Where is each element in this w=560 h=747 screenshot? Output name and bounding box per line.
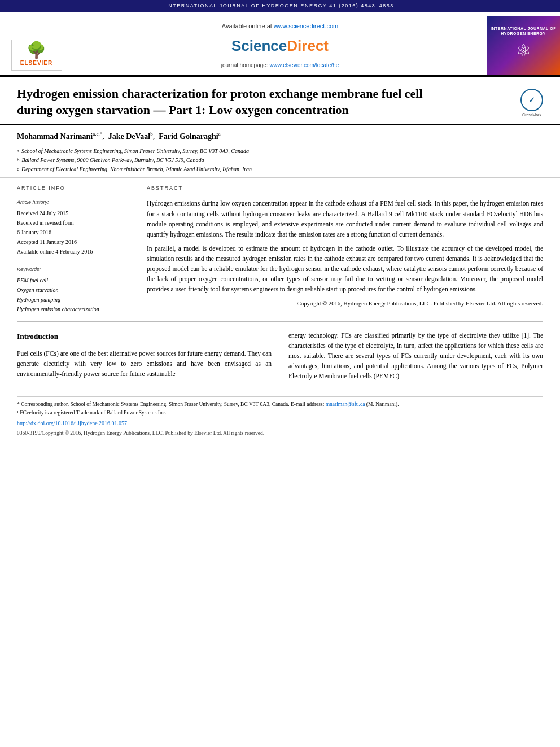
affil-text-c: Department of Electrical Engineering, Kh… — [21, 165, 252, 174]
article-main-title: Hydrogen emission characterization for p… — [17, 86, 423, 118]
introduction-title: Introduction — [17, 331, 272, 344]
keywords-label: Keywords: — [17, 266, 130, 273]
authors-section: Mohammad Narimania,c,*, Jake DeVaalb, Fa… — [0, 125, 560, 178]
title-row: Hydrogen emission characterization for p… — [17, 86, 543, 118]
intro-left-column: Introduction Fuel cells (FCs) are one of… — [17, 331, 272, 381]
affil-letter-c: c — [17, 165, 19, 174]
affil-row-b: b Ballard Power Systems, 9000 Glenlyon P… — [17, 156, 543, 165]
affil-text-a: School of Mechatronic Systems Engineerin… — [21, 147, 249, 156]
crossmark-area: ✓ CrossMark — [520, 89, 543, 118]
sciencedirect-link[interactable]: www.sciencedirect.com — [274, 23, 338, 29]
intro-left-text: Fuel cells (FCs) are one of the best alt… — [17, 349, 272, 379]
journal-homepage-link[interactable]: www.elsevier.com/locate/he — [269, 62, 339, 68]
article-title-section: Hydrogen emission characterization for p… — [0, 77, 560, 125]
abstract-paragraph-2: In parallel, a model is developed to est… — [147, 244, 543, 294]
authors-line: Mohammad Narimania,c,*, Jake DeVaalb, Fa… — [17, 130, 543, 142]
keyword-1: PEM fuel cell — [17, 276, 130, 285]
info-abstract-section: ARTICLE INFO Article history: Received 2… — [0, 178, 560, 321]
available-online-text: Available online at www.sciencedirect.co… — [222, 22, 338, 31]
date-accepted: Accepted 11 January 2016 — [17, 237, 130, 247]
journal-top-bar: INTERNATIONAL JOURNAL OF HYDROGEN ENERGY… — [0, 0, 560, 12]
affil-row-c: c Department of Electrical Engineering, … — [17, 165, 543, 174]
journal-center: Available online at www.sciencedirect.co… — [73, 16, 487, 75]
hydrogen-icon: ⚛ — [516, 38, 531, 63]
elsevier-tree-icon: 🌳 — [27, 42, 46, 58]
affil-row-a: a School of Mechatronic Systems Engineer… — [17, 147, 543, 156]
footnote-corresponding: * Corresponding author. School of Mechat… — [17, 400, 543, 409]
journal-homepage-line: journal homepage: www.elsevier.com/locat… — [221, 62, 339, 70]
footnote-email-link[interactable]: mnariman@sfu.ca — [326, 401, 365, 407]
author-narimani-sup: a,c,* — [93, 131, 102, 137]
science-text: Science — [231, 37, 287, 54]
abstract-heading: ABSTRACT — [147, 185, 543, 194]
abstract-column: ABSTRACT Hydrogen emissions during low o… — [147, 185, 543, 314]
journal-header: 🌳 ELSEVIER Available online at www.scien… — [0, 12, 560, 77]
affiliations: a School of Mechatronic Systems Engineer… — [17, 147, 543, 174]
abstract-copyright: Copyright © 2016, Hydrogen Energy Public… — [147, 299, 543, 308]
keyword-2: Oxygen starvation — [17, 285, 130, 295]
intro-right-text: energy technology. FCs are classified pr… — [288, 331, 543, 381]
bottom-copyright: 0360-3199/Copyright © 2016, Hydrogen Ene… — [17, 430, 543, 438]
author-devaal-sup: b — [150, 131, 153, 137]
journal-cover-area: International Journal of HYDROGEN ENERGY… — [487, 16, 560, 75]
info-divider — [17, 261, 130, 261]
author-golnaraghi-sup: a — [218, 131, 221, 137]
keyword-4: Hydrogen emission characterization — [17, 304, 130, 314]
elsevier-logo-area: 🌳 ELSEVIER — [0, 16, 73, 75]
author-devaal: Jake DeVaal — [108, 132, 151, 141]
date-revised: 6 January 2016 — [17, 228, 130, 237]
footnotes-area: * Corresponding author. School of Mechat… — [17, 396, 543, 438]
article-info-heading: ARTICLE INFO — [17, 185, 130, 194]
affil-letter-a: a — [17, 147, 19, 156]
abstract-text: Hydrogen emissions during low oxygen con… — [147, 199, 543, 308]
article-dates: Received 24 July 2015 Received in revise… — [17, 208, 130, 256]
elsevier-label: ELSEVIER — [20, 59, 53, 68]
crossmark-label: CrossMark — [520, 112, 543, 118]
elsevier-logo-box: 🌳 ELSEVIER — [11, 40, 62, 71]
introduction-section: Introduction Fuel cells (FCs) are one of… — [0, 322, 560, 390]
affil-letter-b: b — [17, 156, 20, 165]
article-info-column: ARTICLE INFO Article history: Received 2… — [17, 185, 130, 314]
date-available: Available online 4 February 2016 — [17, 247, 130, 256]
affil-text-b: Ballard Power Systems, 9000 Glenlyon Par… — [22, 156, 204, 165]
doi-link[interactable]: http://dx.doi.org/10.1016/j.ijhydene.201… — [17, 420, 543, 428]
direct-text: Direct — [287, 37, 329, 54]
keywords-list: PEM fuel cell Oxygen starvation Hydrogen… — [17, 276, 130, 314]
footnote-email-note: (M. Narimani). — [366, 401, 399, 407]
article-history-label: Article history: — [17, 199, 130, 206]
author-narimani: Mohammad Narimani — [17, 132, 93, 141]
doi-anchor[interactable]: http://dx.doi.org/10.1016/j.ijhydene.201… — [17, 420, 127, 426]
journal-cover-title: International Journal of HYDROGEN ENERGY — [490, 26, 557, 36]
crossmark-badge: ✓ — [520, 89, 543, 111]
journal-citation: INTERNATIONAL JOURNAL OF HYDROGEN ENERGY… — [166, 3, 394, 8]
abstract-paragraph-1: Hydrogen emissions during low oxygen con… — [147, 199, 543, 239]
date-revised-label: Received in revised form — [17, 218, 130, 228]
footnote-fcvelocity: ¹ FCvelocity is a registered Trademark o… — [17, 409, 543, 417]
author-golnaraghi: Farid Golnaraghi — [159, 132, 218, 141]
footnote-corresponding-text: * Corresponding author. School of Mechat… — [17, 401, 324, 407]
sciencedirect-logo: ScienceDirect — [231, 36, 329, 57]
date-received: Received 24 July 2015 — [17, 208, 130, 218]
keyword-3: Hydrogen pumping — [17, 295, 130, 304]
intro-right-column: energy technology. FCs are classified pr… — [288, 331, 543, 381]
